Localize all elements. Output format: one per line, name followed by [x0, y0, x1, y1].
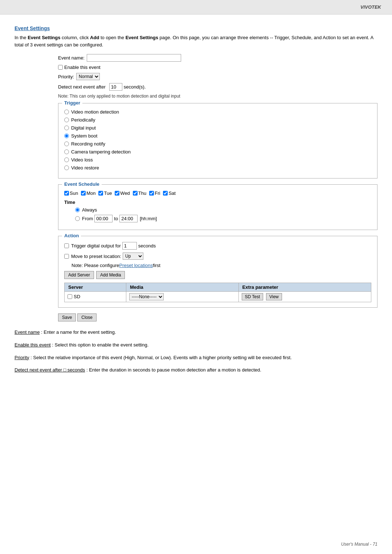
action-group: Action Trigger digital output for second…: [58, 236, 377, 308]
table-header-row: Server Media Extra parameter: [65, 283, 371, 292]
enable-event-checkbox[interactable]: [58, 65, 63, 70]
priority-select[interactable]: High Normal Low: [76, 73, 100, 80]
trigger-radio-periodically[interactable]: [64, 118, 69, 122]
trigger-radio-video-motion[interactable]: [64, 110, 69, 114]
move-preset-select[interactable]: Up Down Left Right: [123, 253, 143, 260]
table-cell-server: SD: [65, 292, 126, 302]
preset-note-suffix: first: [153, 263, 160, 268]
header: VIVOTEK: [0, 0, 392, 15]
footer-text: User's Manual - 71: [341, 542, 377, 547]
time-label: Time: [64, 200, 371, 205]
close-button[interactable]: Close: [77, 313, 97, 321]
media-select[interactable]: -----None-----: [129, 293, 164, 300]
trigger-legend: Trigger: [62, 100, 82, 106]
trigger-digital-checkbox[interactable]: [64, 243, 69, 248]
desc-term-priority: Priority: [15, 355, 29, 360]
move-preset-row: Move to preset location: Up Down Left Ri…: [64, 253, 371, 260]
day-sat: Sat: [163, 190, 176, 196]
trigger-radio-video-restore[interactable]: [64, 165, 69, 170]
enable-event-row: Enable this event: [58, 65, 377, 70]
schedule-content: Sun Mon Tue Wed: [64, 190, 371, 222]
priority-row: Priority: High Normal Low: [58, 73, 377, 80]
preset-note-row: Note: Please configure Preset locations …: [64, 263, 371, 268]
sd-test-button[interactable]: SD Test: [242, 293, 264, 300]
day-wed: Wed: [115, 190, 130, 196]
schedule-days: Sun Mon Tue Wed: [64, 190, 371, 196]
table-header-extra: Extra parameter: [238, 283, 371, 292]
trigger-digital-label: Trigger digital output for: [71, 243, 121, 249]
event-name-input[interactable]: [87, 54, 181, 62]
add-media-button[interactable]: Add Media: [96, 271, 125, 279]
trigger-video-restore: Video restore: [64, 165, 371, 171]
trigger-recording-notify: Recording notify: [64, 141, 371, 147]
day-tue-checkbox[interactable]: [98, 191, 103, 196]
desc-text-enable-event: : Select this option to enable the event…: [52, 342, 148, 348]
trigger-digital-input: Digital input: [64, 125, 371, 131]
trigger-radio-system-boot[interactable]: [64, 134, 69, 138]
footer: User's Manual - 71: [341, 542, 377, 547]
time-always-radio[interactable]: [75, 208, 80, 212]
day-fri-checkbox[interactable]: [149, 191, 154, 196]
day-fri: Fri: [149, 190, 160, 196]
desc-enable-event: Enable this event : Select this option t…: [15, 341, 377, 349]
trigger-digital-suffix: seconds: [138, 243, 156, 249]
form-panel: Event name: Enable this event Priority: …: [58, 54, 377, 321]
enable-event-label[interactable]: Enable this event: [58, 65, 101, 70]
time-always-label: Always: [82, 207, 97, 213]
desc-text-priority: : Select the relative importance of this…: [30, 355, 292, 360]
from-time-input[interactable]: [94, 215, 113, 222]
to-time-input[interactable]: [119, 215, 138, 222]
add-server-button[interactable]: Add Server: [64, 271, 94, 279]
preset-locations-link[interactable]: Preset locations: [119, 263, 153, 268]
trigger-radio-recording-notify[interactable]: [64, 141, 69, 146]
time-from-row: From to [hh:mm]: [64, 215, 371, 222]
action-content: Trigger digital output for seconds Move …: [64, 242, 371, 302]
action-legend: Action: [62, 233, 81, 238]
view-button[interactable]: View: [266, 293, 282, 300]
main-content: Event Settings In the Event Settings col…: [0, 15, 392, 390]
trigger-group: Trigger Video motion detection Periodica…: [58, 103, 377, 178]
day-sun-checkbox[interactable]: [64, 191, 69, 196]
day-thu: Thu: [133, 190, 146, 196]
schedule-legend: Event Schedule: [62, 181, 102, 187]
move-preset-checkbox[interactable]: [64, 254, 69, 259]
from-label: From: [82, 216, 93, 221]
time-from-radio[interactable]: [75, 216, 80, 221]
add-server-media-row: Add Server Add Media: [64, 271, 371, 279]
trigger-radio-digital-input[interactable]: [64, 126, 69, 130]
sd-checkbox[interactable]: [68, 294, 72, 299]
desc-priority: Priority : Select the relative importanc…: [15, 354, 377, 362]
server-media-table: Server Media Extra parameter SD: [64, 283, 371, 302]
day-mon-checkbox[interactable]: [81, 191, 86, 196]
trigger-digital-input[interactable]: [122, 242, 137, 250]
sd-label: SD: [74, 294, 80, 299]
desc-text-detect: : Enter the duration in seconds to pause…: [86, 367, 261, 373]
to-label: to: [114, 216, 118, 221]
desc-detect: Detect next event after □ seconds : Ente…: [15, 366, 377, 374]
desc-text-event-name: : Enter a name for the event setting.: [41, 329, 116, 335]
trigger-camera-tampering: Camera tampering detection: [64, 149, 371, 155]
schedule-group: Event Schedule Sun Mon: [58, 184, 377, 230]
brand-logo: VIVOTEK: [360, 4, 381, 10]
day-wed-checkbox[interactable]: [115, 191, 119, 196]
save-button[interactable]: Save: [58, 313, 76, 321]
table-cell-extra: SD Test View: [238, 292, 371, 302]
trigger-radio-video-loss[interactable]: [64, 157, 69, 162]
intro-text: In the Event Settings column, click Add …: [15, 34, 377, 48]
priority-label: Priority:: [58, 74, 74, 79]
day-sat-checkbox[interactable]: [163, 191, 168, 196]
descriptions-section: Event name : Enter a name for the event …: [15, 329, 377, 374]
day-sun: Sun: [64, 190, 78, 196]
detect-note: Note: This can only applied to motion de…: [58, 94, 377, 99]
detect-input[interactable]: [109, 83, 122, 91]
trigger-radio-camera-tampering[interactable]: [64, 149, 69, 154]
detect-row: Detect next event after second(s).: [58, 83, 377, 91]
table-row: SD -----None----- SD Test: [65, 292, 371, 302]
section-title: Event Settings: [15, 25, 377, 31]
trigger-system-boot: System boot: [64, 133, 371, 139]
detect-label: Detect next event after: [58, 84, 106, 90]
day-thu-checkbox[interactable]: [133, 191, 138, 196]
move-preset-label: Move to preset location:: [71, 254, 121, 259]
time-section: Time Always From to: [64, 200, 371, 222]
detect-suffix: second(s).: [124, 84, 146, 90]
